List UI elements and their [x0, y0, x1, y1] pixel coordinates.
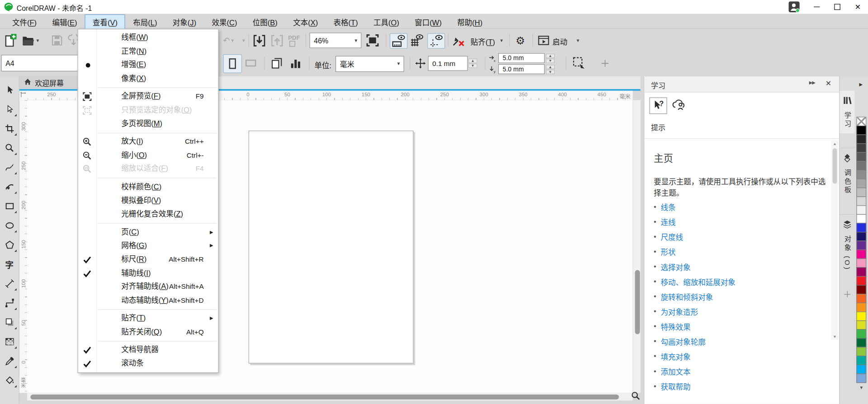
horizontal-scrollbar[interactable] — [27, 393, 633, 400]
artistic-media-tool[interactable] — [0, 177, 19, 197]
duplicate-y-field[interactable]: 5.0 mm — [498, 64, 545, 74]
color-swatch[interactable] — [856, 303, 866, 312]
color-swatch[interactable] — [856, 374, 866, 383]
freehand-tool[interactable] — [0, 158, 19, 177]
view-menu-item-19[interactable]: 标尺(R)Alt+Shift+R — [78, 253, 218, 266]
view-menu-item-3[interactable]: 像素(X) — [78, 72, 218, 85]
learn-topic-link[interactable]: 为对象造形 — [661, 306, 698, 317]
zoom-level-combobox[interactable]: 46% ▼ — [309, 33, 361, 48]
duplicate-x-field[interactable]: 5.0 mm — [498, 53, 545, 63]
vertical-scrollbar-thumb[interactable] — [635, 270, 640, 334]
zoom-corner-icon[interactable] — [631, 391, 641, 401]
color-swatch[interactable] — [856, 338, 866, 348]
color-swatch[interactable] — [856, 285, 866, 295]
full-screen-preview-icon[interactable] — [365, 33, 380, 47]
view-menu-item-18[interactable]: 网格(G)▶ — [78, 239, 218, 253]
zoom-level-dropdown-icon[interactable]: ▼ — [351, 38, 361, 43]
view-menu-item-0[interactable]: 线框(W) — [78, 31, 218, 45]
color-swatch[interactable] — [856, 188, 866, 197]
color-swatch[interactable] — [856, 276, 866, 286]
color-swatch[interactable] — [856, 161, 866, 170]
menubar-item-编辑E[interactable]: 编辑(E) — [44, 14, 85, 30]
menubar-item-文本X[interactable]: 文本(X) — [285, 14, 326, 30]
color-swatch[interactable] — [856, 365, 866, 374]
open-folder-icon[interactable] — [20, 33, 35, 47]
page-size-all-icon[interactable] — [268, 54, 286, 72]
scroll-down-icon[interactable]: ▼ — [831, 335, 838, 339]
view-menu-item-27[interactable]: 文档导航器 — [78, 343, 218, 357]
docker-close-icon[interactable]: ✕ — [826, 79, 831, 87]
vertical-scrollbar[interactable] — [633, 100, 641, 393]
learn-topic-link[interactable]: 旋转和倾斜对象 — [661, 291, 713, 301]
color-swatch[interactable] — [856, 179, 866, 188]
new-document-icon[interactable] — [3, 33, 17, 47]
launcher-icon[interactable] — [537, 33, 551, 47]
color-swatch[interactable] — [856, 223, 866, 232]
learn-topic-link[interactable]: 尺度线 — [661, 231, 684, 242]
learn-topic-link[interactable]: 线条 — [661, 201, 676, 212]
learn-topic-link[interactable]: 选择对象 — [661, 261, 691, 272]
menubar-item-帮助H[interactable]: 帮助(H) — [449, 14, 490, 30]
nudge-spinner[interactable]: ▲▼ — [468, 56, 477, 71]
add-plus-icon[interactable]: ＋ — [598, 55, 612, 70]
color-swatch[interactable] — [856, 294, 866, 303]
duplicate-y-spinner[interactable]: ▲▼ — [546, 64, 555, 74]
eyedropper-tool[interactable] — [0, 352, 19, 371]
view-menu-item-9[interactable]: 放大(I)Ctrl++ — [78, 135, 218, 149]
color-swatch[interactable] — [856, 347, 866, 357]
learn-topic-link[interactable]: 获取帮助 — [661, 381, 691, 391]
cloud-person-icon[interactable] — [670, 98, 687, 113]
add-docker-icon[interactable]: ＋ — [840, 288, 855, 300]
learn-topic-link[interactable]: 填充对象 — [661, 351, 691, 362]
snap-dropdown-icon[interactable]: ▼ — [498, 33, 505, 47]
scroll-up-icon[interactable]: ▲ — [831, 141, 838, 146]
show-guidelines-icon[interactable] — [427, 33, 445, 48]
view-menu-item-5[interactable]: 全屏预览(F)F9 — [78, 90, 218, 103]
color-swatch[interactable] — [856, 311, 866, 321]
shape-tool[interactable] — [0, 99, 19, 119]
color-swatch[interactable] — [856, 267, 866, 277]
document-page[interactable] — [249, 131, 414, 364]
view-menu-item-13[interactable]: 校样颜色(C) — [78, 180, 218, 194]
no-color-swatch[interactable] — [856, 117, 866, 126]
color-swatch[interactable] — [856, 214, 866, 224]
view-menu-item-7[interactable]: 多页视图(M) — [78, 117, 218, 131]
zoom-tool[interactable] — [0, 138, 19, 158]
docker-tab-对象O[interactable]: 对象 (O) — [840, 214, 855, 276]
options-gear-icon[interactable]: ⚙ — [513, 33, 528, 47]
units-combobox[interactable]: 毫米 ▼ — [335, 56, 404, 72]
landscape-icon[interactable] — [242, 54, 259, 72]
learn-topic-link[interactable]: 形状 — [661, 246, 676, 257]
hints-pointer-button[interactable]: ? — [649, 98, 667, 114]
vertical-ruler[interactable]: 毫米 300250200150100500 — [19, 100, 28, 393]
palette-scroll-down-icon[interactable]: ▼ — [859, 385, 863, 390]
page-size-current-icon[interactable] — [287, 54, 304, 72]
show-grid-icon[interactable] — [409, 33, 425, 47]
ellipse-tool[interactable] — [0, 216, 19, 235]
color-swatch[interactable] — [856, 197, 866, 206]
view-menu-item-14[interactable]: 模拟叠印(V) — [78, 194, 218, 207]
learn-topic-link[interactable]: 添加文本 — [661, 366, 691, 376]
color-swatch[interactable] — [856, 258, 866, 268]
color-swatch[interactable] — [856, 135, 866, 144]
view-menu-item-17[interactable]: 页(C)▶ — [78, 225, 218, 239]
snap-label[interactable]: 贴齐(T) — [471, 36, 495, 47]
polygon-tool[interactable] — [0, 235, 19, 254]
launch-label[interactable]: 启动 — [552, 36, 567, 47]
menubar-item-表格T[interactable]: 表格(T) — [326, 14, 365, 30]
docker-tab-调色板[interactable]: 调色板 — [840, 148, 855, 199]
menubar-item-位图B[interactable]: 位图(B) — [245, 14, 285, 30]
menubar-item-对象J[interactable]: 对象(J) — [165, 14, 204, 30]
horizontal-scrollbar-thumb[interactable] — [30, 394, 619, 399]
menubar-item-窗口W[interactable]: 窗口(W) — [407, 14, 449, 30]
view-menu-item-20[interactable]: 辅助线(I) — [78, 267, 218, 280]
color-swatch[interactable] — [856, 152, 866, 162]
rectangle-tool[interactable] — [0, 197, 19, 216]
learn-topic-link[interactable]: 移动、缩放和延展对象 — [661, 276, 736, 287]
dimension-tool[interactable] — [0, 274, 19, 293]
docker-tab-学习[interactable]: 学习 — [840, 91, 855, 133]
learn-topic-link[interactable]: 特殊效果 — [661, 321, 691, 332]
color-swatch[interactable] — [856, 126, 866, 135]
color-swatch[interactable] — [856, 241, 866, 250]
color-swatch[interactable] — [856, 232, 866, 241]
